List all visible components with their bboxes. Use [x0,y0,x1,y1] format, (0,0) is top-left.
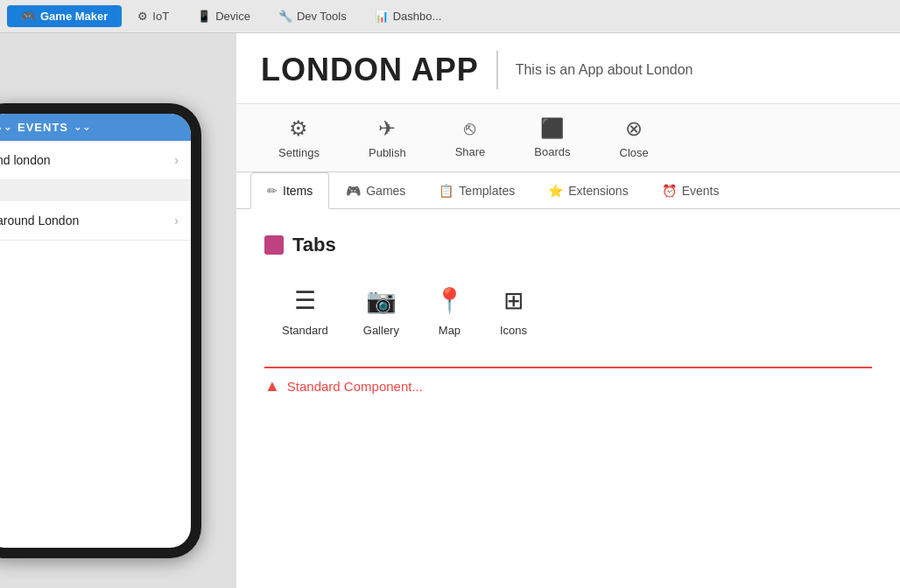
app-description: This is an App about London [516,62,693,78]
iot-icon: ⚙ [137,10,148,23]
publish-label: Publish [369,146,406,159]
app-title-section: LONDON APP This is an App about London [236,33,900,104]
chevron-right-icon: ⌄⌄ [74,122,91,133]
close-label: Close [620,146,649,159]
gallery-icon: 📷 [366,286,397,315]
device-button[interactable]: 📱 Device [185,5,263,27]
tab-templates[interactable]: 📋 Templates [422,172,531,209]
items-tab-label: Items [283,184,313,198]
boards-label: Boards [534,145,570,158]
tabs-section-header: Tabs [264,234,872,256]
icons-tab-type[interactable]: ⊞ Icons [482,274,545,349]
standard-tab-type[interactable]: ☰ Standard [264,274,346,349]
list-item-text: around London [0,214,79,228]
gallery-label: Gallery [363,324,399,337]
tabs-section-title: Tabs [292,234,336,256]
standard-label: Standard [282,324,328,337]
games-tab-icon: 🎮 [346,184,361,198]
boards-icon: ⬛ [540,117,564,140]
tab-types-grid: ☰ Standard 📷 Gallery 📍 Map ⊞ Icons [264,274,872,349]
close-icon: ⊗ [625,116,643,141]
extensions-tab-label: Extensions [568,184,628,198]
phone-list: nd london › around London › [0,141,191,241]
publish-icon: ✈ [378,116,396,141]
settings-label: Settings [278,146,320,159]
phone-header: ⌄⌄ EVENTS ⌄⌄ [0,114,191,141]
game-maker-icon: 🎮 [21,10,35,23]
map-tab-type[interactable]: 📍 Map [417,274,482,349]
settings-icon: ⚙ [289,116,308,141]
list-item[interactable]: around London › [0,201,191,241]
main-area: ⌄⌄ EVENTS ⌄⌄ nd london › around London › [0,33,900,588]
device-label: Device [215,10,250,23]
sub-tabs: ✏ Items 🎮 Games 📋 Templates ⭐ Extensions… [236,172,900,209]
events-tab-icon: ⏰ [662,184,677,198]
dashboard-icon: 📊 [375,10,389,23]
extensions-tab-icon: ⭐ [548,184,563,198]
games-tab-label: Games [366,184,405,198]
map-icon: 📍 [434,286,465,315]
iot-label: IoT [152,10,169,23]
phone-preview: ⌄⌄ EVENTS ⌄⌄ nd london › around London › [0,33,236,588]
icons-icon: ⊞ [503,286,524,315]
devtools-icon: 🔧 [278,10,292,23]
component-hint-label: Standard Component... [287,379,423,394]
device-icon: 📱 [197,10,211,23]
list-item-text: nd london [0,153,51,167]
tab-items[interactable]: ✏ Items [250,172,329,209]
map-label: Map [439,324,461,337]
events-tab-label: Events [682,184,720,198]
component-hint-icon: ▲ [264,377,280,396]
list-divider [0,180,191,201]
tabs-color-block [264,235,284,255]
phone-header-label: EVENTS [18,121,68,134]
app-title-divider [496,51,498,89]
dashboard-label: Dashbo... [393,10,442,23]
game-maker-label: Game Maker [40,10,108,23]
standard-icon: ☰ [294,286,316,315]
list-chevron-icon: › [174,214,179,228]
settings-button[interactable]: ⚙ Settings [254,104,344,172]
game-maker-button[interactable]: 🎮 Game Maker [7,5,122,27]
boards-button[interactable]: ⬛ Boards [510,105,594,171]
templates-tab-label: Templates [459,184,515,198]
chevron-down-icon: ⌄⌄ [0,122,12,133]
phone-frame: ⌄⌄ EVENTS ⌄⌄ nd london › around London › [0,103,201,558]
iot-button[interactable]: ⚙ IoT [125,5,181,27]
phone-screen: ⌄⌄ EVENTS ⌄⌄ nd london › around London › [0,114,191,548]
share-icon: ⎋ [464,117,475,140]
close-button[interactable]: ⊗ Close [595,104,673,172]
component-hint-row: ▲ Standard Component... [264,368,872,404]
templates-tab-icon: 📋 [439,184,454,198]
app-title: LONDON APP [261,52,479,88]
top-nav: 🎮 Game Maker ⚙ IoT 📱 Device 🔧 Dev Tools … [0,0,900,33]
publish-button[interactable]: ✈ Publish [344,104,431,172]
items-tab-icon: ✏ [267,184,278,198]
devtools-button[interactable]: 🔧 Dev Tools [266,5,359,27]
right-content: LONDON APP This is an App about London ⚙… [236,33,900,588]
list-item[interactable]: nd london › [0,141,191,180]
dashboard-button[interactable]: 📊 Dashbo... [362,5,454,27]
devtools-label: Dev Tools [297,10,347,23]
gallery-tab-type[interactable]: 📷 Gallery [346,274,417,349]
list-chevron-icon: › [174,153,179,167]
toolbar: ⚙ Settings ✈ Publish ⎋ Share ⬛ Boards ⊗ … [236,104,900,172]
tab-games[interactable]: 🎮 Games [329,172,422,209]
icons-label: Icons [500,324,527,337]
share-label: Share [455,145,486,158]
tab-extensions[interactable]: ⭐ Extensions [531,172,644,209]
share-button[interactable]: ⎋ Share [431,105,510,171]
items-content: Tabs ☰ Standard 📷 Gallery 📍 Map ⊞ [236,209,900,588]
tab-events[interactable]: ⏰ Events [645,172,736,209]
